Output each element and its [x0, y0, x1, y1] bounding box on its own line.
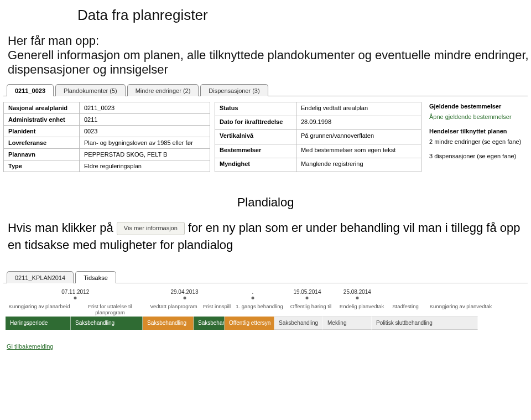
plandialog-heading: Plandialog: [0, 195, 531, 210]
lbl-nasjonal-arealplanid: Nasjonal arealplanid: [4, 102, 80, 114]
tab-tidsakse[interactable]: Tidsakse: [75, 271, 116, 283]
val-lovreferanse: Plan- og bygningsloven av 1985 eller før: [80, 137, 210, 149]
timeline-section: 0211_KPLAN2014 Tidsakse 07.11.2012 29.04…: [3, 271, 528, 350]
lbl-lovreferanse: Lovreferanse: [4, 137, 80, 149]
val-status: Endelig vedtatt arealplan: [296, 102, 421, 116]
lbl-bestemmelser: Bestemmelser: [215, 144, 296, 158]
val-ikrafttredelse: 28.09.1998: [296, 116, 421, 130]
page-title: Data fra planregister: [77, 7, 531, 24]
phase-label: Kunngjøring av planarbeid: [6, 302, 73, 317]
side-info: Gjeldende bestemmelser Åpne gjeldende be…: [426, 102, 524, 172]
timeline-date: 19.05.2014: [293, 289, 321, 295]
lbl-plannavn: Plannavn: [4, 149, 80, 160]
plan-details: Nasjonal arealplanid0211_0023 Administra…: [3, 102, 528, 172]
hendelser-line-2: 3 dispensasjoner (se egen fane): [429, 152, 521, 161]
val-planident: 0023: [80, 126, 210, 137]
val-myndighet: Manglende registrering: [296, 158, 421, 172]
mid-paragraph: Hvis man klikker på Vis mer informasjon …: [8, 220, 523, 254]
val-type: Eldre reguleringsplan: [80, 160, 210, 172]
timeline-date: 07.11.2012: [61, 289, 89, 295]
val-admin-enhet: 0211: [80, 114, 210, 126]
timeline-date: 25.08.2014: [343, 289, 371, 295]
phase-bar[interactable]: Saksbehandling: [71, 317, 143, 330]
timeline-dot-icon: [74, 297, 77, 299]
phase-bars: Høringsperiode Saksbehandling Saksbehand…: [6, 317, 525, 330]
val-plannavn: PEPPERSTAD SKOG, FELT B: [80, 149, 210, 160]
intro-prefix: Her får man opp:: [8, 34, 99, 48]
vis-mer-informasjon-button[interactable]: Vis mer informasjon: [117, 222, 185, 235]
hendelser-line-1: 2 mindre endringer (se egen fane): [429, 137, 521, 147]
phase-bar[interactable]: Saksbehandling: [194, 317, 225, 330]
lbl-status: Status: [215, 102, 296, 116]
lbl-vertikalniva: Vertikalnivå: [215, 130, 296, 144]
plan-details-left: Nasjonal arealplanid0211_0023 Administra…: [3, 102, 210, 172]
phase-label: Endelig planvedtak: [336, 302, 387, 317]
intro-body: Generell informasjon om planen, alle til…: [8, 48, 529, 76]
tab-dispensasjoner[interactable]: Dispensasjoner (3): [200, 84, 268, 96]
timeline: 07.11.2012 29.04.2013 . 19.05.2014 25.08…: [6, 289, 525, 330]
phase-bar[interactable]: Høringsperiode: [6, 317, 71, 330]
phase-labels: Kunngjøring av planarbeid Frist for utta…: [6, 302, 525, 317]
timeline-tabs: 0211_KPLAN2014 Tidsakse: [3, 271, 528, 283]
timeline-date: .: [252, 289, 253, 295]
val-vertikalniva: På grunnen/vannoverflaten: [296, 130, 421, 144]
val-bestemmelser: Med bestemmelser som egen tekst: [296, 144, 421, 158]
lbl-admin-enhet: Administrativ enhet: [4, 114, 80, 126]
lbl-type: Type: [4, 160, 80, 172]
tab-planid[interactable]: 0211_0023: [7, 84, 54, 96]
tab-plandokumenter[interactable]: Plandokumenter (5): [55, 84, 126, 96]
timeline-dot-icon: [183, 297, 186, 299]
timeline-dot-icon: [356, 297, 358, 299]
timeline-date: 29.04.2013: [170, 289, 198, 295]
timeline-dot-icon: [251, 297, 254, 299]
lbl-ikrafttredelse: Dato for ikrafttredelse: [215, 116, 296, 130]
phase-bar[interactable]: Saksbehandling: [143, 317, 194, 330]
timeline-dot-row: [71, 297, 525, 301]
tab-mindre-endringer[interactable]: Mindre endringer (2): [127, 84, 199, 96]
phase-bar[interactable]: Politisk sluttbehandling: [372, 317, 478, 330]
val-nasjonal-arealplanid: 0211_0023: [80, 102, 210, 114]
timeline-dates: 07.11.2012 29.04.2013 . 19.05.2014 25.08…: [71, 289, 525, 297]
open-gjeldende-bestemmelser-link[interactable]: Åpne gjeldende bestemmelser: [429, 113, 512, 120]
phase-label: Frist for uttalelse til planprogram: [73, 302, 147, 317]
phase-label: Stadfesting: [387, 302, 424, 317]
phase-bar[interactable]: Mekling: [323, 317, 372, 330]
gjeldende-bestemmelser-title: Gjeldende bestemmelser: [429, 102, 521, 111]
hendelser-title: Hendelser tilknyttet planen: [429, 127, 521, 136]
gi-tilbakemelding-link[interactable]: Gi tilbakemelding: [7, 343, 53, 350]
plan-details-right: StatusEndelig vedtatt arealplan Dato for…: [215, 102, 421, 172]
intro-text: Her får man opp: Generell informasjon om…: [8, 34, 531, 77]
phase-label: Kunngjøring av planvedtak: [424, 302, 498, 317]
timeline-dot-icon: [306, 297, 309, 299]
phase-bar[interactable]: Offentlig ettersyn: [225, 317, 274, 330]
phase-label: Vedtatt planprogram: [147, 302, 200, 317]
lbl-myndighet: Myndighet: [215, 158, 296, 172]
phase-label: Frist innspill: [200, 302, 233, 317]
tab-kplan[interactable]: 0211_KPLAN2014: [7, 271, 74, 283]
phase-label: 1. gangs behandling: [233, 302, 285, 317]
plan-tabs: 0211_0023 Plandokumenter (5) Mindre endr…: [3, 84, 528, 96]
mid-prefix: Hvis man klikker på: [8, 221, 113, 235]
lbl-planident: Planident: [4, 126, 80, 137]
phase-bar[interactable]: Saksbehandling: [274, 317, 323, 330]
phase-label: Offentlig høring til: [285, 302, 336, 317]
